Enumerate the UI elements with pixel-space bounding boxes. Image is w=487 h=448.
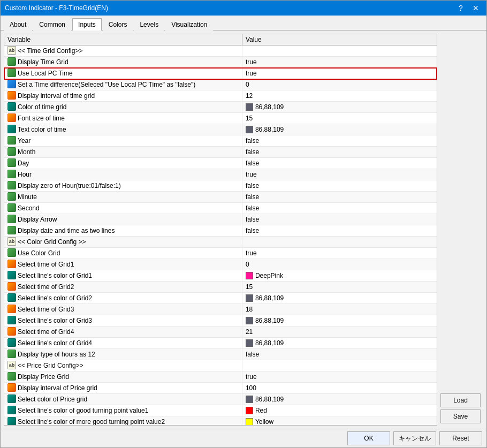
- variable-cell: Day: [4, 158, 242, 169]
- tab-levels[interactable]: Levels: [134, 18, 164, 31]
- table-row[interactable]: Display Price Gridtrue: [4, 371, 437, 383]
- variable-cell: Display interval of Price grid: [4, 383, 242, 394]
- value-text: true: [246, 249, 257, 257]
- value-cell: 86,88,109: [242, 338, 437, 349]
- table-container[interactable]: Variable Value ab<< Time Grid Config>>Di…: [4, 34, 437, 426]
- table-row[interactable]: Display Time Gridtrue: [4, 57, 437, 68]
- variable-cell: Select line's color of Grid1: [4, 270, 242, 282]
- icon-teal: [7, 293, 16, 302]
- table-row[interactable]: Minutefalse: [4, 192, 437, 203]
- value-cell: 12: [242, 90, 437, 102]
- help-button[interactable]: ?: [454, 3, 467, 13]
- table-row[interactable]: Select time of Grid318: [4, 304, 437, 315]
- variable-label: Use Color Grid: [18, 249, 60, 257]
- table-body: ab<< Time Grid Config>>Display Time Grid…: [4, 45, 437, 426]
- color-swatch: [246, 272, 253, 279]
- table-row[interactable]: Display interval of time grid12: [4, 90, 437, 102]
- icon-orange: [7, 260, 16, 268]
- variable-label: Display Arrow: [18, 216, 57, 223]
- variable-cell: Year: [4, 135, 242, 147]
- variable-label: Display interval of Price grid: [18, 384, 97, 392]
- value-text: 12: [246, 92, 253, 100]
- table-row[interactable]: Yearfalse: [4, 135, 437, 147]
- table-row[interactable]: Select line's color of Grid386,88,109: [4, 315, 437, 326]
- table-row[interactable]: Use Local PC Timetrue: [4, 68, 437, 79]
- value-text: true: [246, 58, 257, 66]
- tab-about[interactable]: About: [4, 18, 32, 31]
- table-row[interactable]: Display zero of Hour(true:01/false:1)fal…: [4, 180, 437, 192]
- col-header-value: Value: [242, 34, 437, 45]
- close-button[interactable]: ✕: [469, 3, 482, 13]
- variable-label: Select line's color of Grid3: [18, 317, 92, 324]
- table-row[interactable]: Display interval of Price grid100: [4, 383, 437, 394]
- variable-label: Select time of Grid2: [18, 283, 74, 291]
- variable-label: Day: [18, 160, 29, 167]
- value-text: 0: [246, 261, 249, 268]
- table-row[interactable]: Secondfalse: [4, 203, 437, 214]
- icon-orange: [7, 305, 16, 313]
- table-row[interactable]: Font size of time15: [4, 113, 437, 124]
- variable-label: << Time Grid Config>>: [18, 47, 82, 55]
- value-text: DeepPink: [255, 272, 283, 279]
- table-row[interactable]: Select line's color of good turning poin…: [4, 405, 437, 416]
- table-row[interactable]: Display Arrowfalse: [4, 214, 437, 225]
- value-cell: true: [242, 57, 437, 68]
- variable-label: Text color of time: [18, 126, 66, 133]
- save-button[interactable]: Save: [440, 409, 481, 423]
- value-cell: false: [242, 147, 437, 158]
- table-row[interactable]: ab<< Color Grid Config >>: [4, 237, 437, 248]
- variable-cell: Select time of Grid3: [4, 304, 242, 315]
- table-row[interactable]: Text color of time86,88,109: [4, 124, 437, 135]
- icon-green: [7, 69, 16, 77]
- table-row[interactable]: Select time of Grid10: [4, 259, 437, 270]
- table-row[interactable]: Select line's color of Grid286,88,109: [4, 293, 437, 304]
- value-text: false: [246, 160, 259, 167]
- table-row[interactable]: ab<< Price Grid Config>>: [4, 360, 437, 371]
- tab-inputs[interactable]: Inputs: [72, 18, 102, 31]
- value-text: true: [246, 171, 257, 178]
- table-row[interactable]: Hourtrue: [4, 169, 437, 180]
- value-text: 21: [246, 328, 253, 336]
- variable-cell: Select time of Grid2: [4, 282, 242, 293]
- variable-cell: Select line's color of good turning poin…: [4, 405, 242, 416]
- table-row[interactable]: Select time of Grid215: [4, 282, 437, 293]
- content-wrapper: Variable Value ab<< Time Grid Config>>Di…: [4, 34, 483, 426]
- variable-label: Select line's color of more good turning…: [18, 418, 165, 426]
- table-row[interactable]: Use Color Gridtrue: [4, 248, 437, 259]
- table-row[interactable]: Select time of Grid421: [4, 326, 437, 338]
- table-row[interactable]: ab<< Time Grid Config>>: [4, 45, 437, 57]
- table-row[interactable]: Monthfalse: [4, 147, 437, 158]
- value-text: false: [246, 216, 259, 223]
- table-row[interactable]: Select color of Price grid86,88,109: [4, 394, 437, 405]
- cancel-button[interactable]: キャンセル: [393, 431, 436, 445]
- table-row[interactable]: Dayfalse: [4, 158, 437, 169]
- load-button[interactable]: Load: [440, 393, 481, 407]
- table-row[interactable]: Display type of hours as 12false: [4, 349, 437, 360]
- value-cell: 15: [242, 282, 437, 293]
- icon-green: [7, 203, 16, 212]
- value-cell: false: [242, 158, 437, 169]
- variable-label: Display Price Grid: [18, 373, 69, 381]
- value-text: 18: [246, 306, 253, 313]
- value-text: true: [246, 373, 257, 381]
- value-cell: 86,88,109: [242, 124, 437, 135]
- variable-cell: Month: [4, 147, 242, 158]
- table-row[interactable]: Select line's color of Grid486,88,109: [4, 338, 437, 349]
- table-row[interactable]: Display date and time as two linesfalse: [4, 225, 437, 237]
- ok-button[interactable]: OK: [347, 431, 390, 445]
- icon-ab: ab: [7, 46, 16, 55]
- value-cell: Yellow: [242, 416, 437, 426]
- tab-common[interactable]: Common: [33, 18, 71, 31]
- variable-label: Select line's color of Grid1: [18, 272, 92, 279]
- tab-visualization[interactable]: Visualization: [165, 18, 213, 31]
- reset-button[interactable]: Reset: [439, 431, 482, 445]
- table-row[interactable]: Select line's color of more good turning…: [4, 416, 437, 426]
- table-row[interactable]: Color of time grid86,88,109: [4, 102, 437, 113]
- tab-colors[interactable]: Colors: [103, 18, 133, 31]
- value-cell: Red: [242, 405, 437, 416]
- icon-green: [7, 136, 16, 145]
- variable-label: Year: [18, 137, 31, 145]
- variable-cell: Display Arrow: [4, 214, 242, 225]
- table-row[interactable]: Select line's color of Grid1DeepPink: [4, 270, 437, 282]
- table-row[interactable]: Set a Time difference(Seleced "Use Local…: [4, 79, 437, 90]
